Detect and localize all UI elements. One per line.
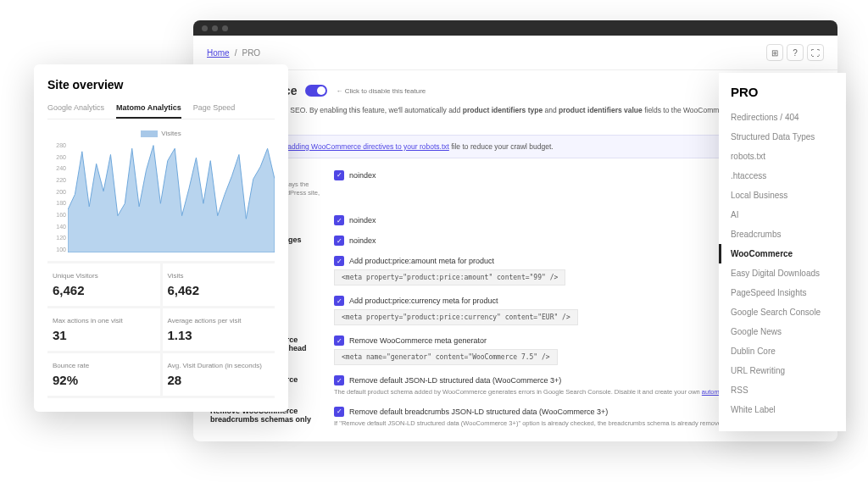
bread-opt: Remove default breadcrumbs JSON-LD struc…: [349, 408, 608, 416]
gen-opt: Remove WooCommerce meta generator: [349, 336, 487, 345]
schemas-opt: Remove default JSON-LD structured data (…: [349, 376, 561, 385]
overview-stats: Unique Visitors6,462Visits6,462Max actio…: [47, 261, 275, 398]
sidebar-item-google-search-console[interactable]: Google Search Console: [719, 302, 846, 322]
sidebar-item-redirections-404[interactable]: Redirections / 404: [719, 108, 846, 127]
overview-title: Site overview: [47, 78, 275, 92]
bread-checkbox[interactable]: ✓: [334, 407, 344, 417]
ogprice-code: <meta property="product:price:amount" co…: [334, 269, 565, 286]
sidebar-item-easy-digital-downloads[interactable]: Easy Digital Downloads: [719, 263, 846, 283]
grid-icon[interactable]: ⊞: [766, 44, 783, 61]
stat-cell: Avg. Visit Duration (in seconds)28: [163, 353, 275, 398]
chart-plot: [68, 142, 275, 252]
breadcrumb: Home / PRO: [207, 48, 260, 58]
ogcur-code: <meta property="product:price:currency" …: [334, 309, 578, 325]
ogprice-opt: Add product:price:amount meta for produc…: [349, 257, 494, 265]
sidebar-item-local-business[interactable]: Local Business: [719, 186, 846, 205]
notice-link[interactable]: adding WooCommerce directives to your ro…: [287, 142, 449, 151]
schemas-checkbox[interactable]: ✓: [334, 375, 344, 385]
breadcrumb-bar: Home / PRO ⊞ ? ⛶: [193, 36, 837, 70]
tab-google-analytics[interactable]: Google Analytics: [47, 103, 104, 119]
window-dot: [222, 25, 228, 31]
sidebar-item-robots-txt[interactable]: robots.txt: [719, 147, 846, 166]
titlebar: [193, 20, 837, 36]
chart-legend: Visites: [47, 130, 275, 137]
breadcrumb-current: PRO: [242, 48, 260, 58]
feature-toggle[interactable]: [305, 85, 327, 97]
cart-opt: noindex: [349, 171, 376, 180]
gen-code: <meta name="generator" content="WooComme…: [334, 349, 558, 365]
help-icon[interactable]: ?: [787, 44, 804, 61]
stat-cell: Max actions in one visit31: [47, 308, 163, 353]
window-dot: [212, 25, 218, 31]
tab-matomo-analytics[interactable]: Matomo Analytics: [116, 103, 181, 119]
ogprice-checkbox[interactable]: ✓: [334, 256, 344, 266]
ogcur-opt: Add product:price:currency meta for prod…: [349, 297, 498, 305]
ogcur-checkbox[interactable]: ✓: [334, 296, 344, 306]
cart-checkbox[interactable]: ✓: [334, 170, 344, 180]
stat-cell: Average actions per visit1.13: [163, 308, 275, 353]
sidebar-item-woocommerce[interactable]: WooCommerce: [719, 244, 846, 263]
pro-sidebar: PRO Redirections / 404Structured Data Ty…: [719, 73, 846, 431]
legend-swatch: [141, 130, 158, 137]
sidebar-item-rss[interactable]: RSS: [719, 380, 846, 400]
sidebar-item--htaccess[interactable]: .htaccess: [719, 166, 846, 186]
sidebar-item-structured-data-types[interactable]: Structured Data Types: [719, 127, 846, 147]
toggle-hint: Click to disable this feature: [336, 87, 426, 95]
overview-tabs: Google AnalyticsMatomo AnalyticsPage Spe…: [47, 103, 275, 119]
checkout-opt: noindex: [349, 216, 376, 225]
breadcrumb-sep: /: [235, 48, 237, 58]
checkout-checkbox[interactable]: ✓: [334, 215, 344, 225]
sidebar-item-breadcrumbs[interactable]: Breadcrumbs: [719, 225, 846, 244]
stat-cell: Visits6,462: [163, 263, 275, 308]
sidebar-item-pagespeed-insights[interactable]: PageSpeed Insights: [719, 283, 846, 302]
account-checkbox[interactable]: ✓: [334, 236, 344, 246]
account-opt: noindex: [349, 236, 376, 245]
tab-page-speed[interactable]: Page Speed: [193, 103, 236, 119]
sidebar-item-ai[interactable]: AI: [719, 205, 846, 225]
sidebar-item-url-rewriting[interactable]: URL Rewriting: [719, 361, 846, 380]
sidebar-item-white-label[interactable]: White Label: [719, 400, 846, 419]
site-overview-panel: Site overview Google AnalyticsMatomo Ana…: [34, 64, 288, 412]
breadcrumb-home[interactable]: Home: [207, 48, 230, 58]
visits-chart: 280260240220200180160140120100: [47, 142, 275, 252]
pro-title: PRO: [719, 85, 846, 108]
stat-cell: Bounce rate92%: [47, 353, 163, 398]
expand-icon[interactable]: ⛶: [807, 44, 824, 61]
stat-cell: Unique Visitors6,462: [47, 263, 163, 308]
sidebar-item-google-news[interactable]: Google News: [719, 322, 846, 341]
sidebar-item-dublin-core[interactable]: Dublin Core: [719, 341, 846, 361]
window-dot: [202, 25, 208, 31]
gen-checkbox[interactable]: ✓: [334, 336, 344, 346]
chart-yaxis: 280260240220200180160140120100: [47, 142, 66, 252]
